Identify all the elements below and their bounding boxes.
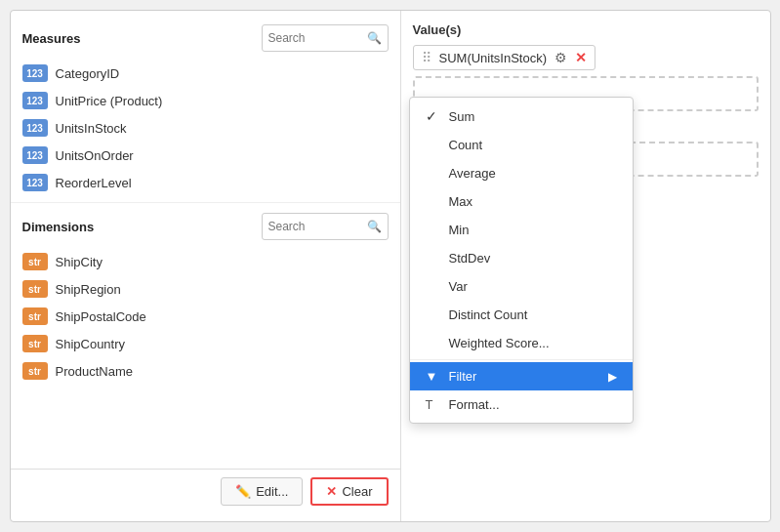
menu-item-format[interactable]: T Format...: [410, 390, 633, 419]
field-label: CategoryID: [56, 66, 120, 81]
list-item[interactable]: str ProductName: [11, 357, 400, 385]
close-icon[interactable]: ✕: [575, 50, 587, 65]
check-icon: ✓: [426, 108, 441, 124]
list-item[interactable]: 123 UnitsOnOrder: [11, 142, 400, 169]
menu-item-stddev[interactable]: StdDev: [410, 244, 633, 272]
str-badge: str: [22, 335, 48, 352]
bottom-bar: ✏️ Edit... ✕ Clear: [11, 469, 400, 513]
measures-search-input[interactable]: [268, 31, 365, 45]
num-badge: 123: [22, 119, 48, 137]
dimensions-header: Dimensions 🔍: [11, 207, 400, 246]
str-badge: str: [22, 253, 48, 270]
field-label: UnitsOnOrder: [56, 148, 134, 163]
measures-search-box[interactable]: 🔍: [262, 24, 389, 52]
values-label: Value(s): [413, 22, 759, 37]
list-item[interactable]: 123 UnitPrice (Product): [11, 87, 400, 114]
menu-item-var[interactable]: Var: [410, 272, 633, 301]
menu-item-min[interactable]: Min: [410, 216, 633, 244]
menu-item-label: StdDev: [449, 251, 491, 266]
list-item[interactable]: 123 ReorderLevel: [11, 169, 400, 196]
menu-item-count[interactable]: Count: [410, 131, 633, 159]
menu-item-label: Count: [449, 138, 483, 152]
edit-button-label: Edit...: [256, 484, 288, 499]
menu-item-max[interactable]: Max: [410, 187, 633, 216]
gear-icon[interactable]: ⚙: [554, 50, 567, 65]
dimensions-title: Dimensions: [22, 220, 95, 234]
field-label: ShipCity: [56, 255, 103, 269]
menu-item-sum[interactable]: ✓ Sum: [410, 102, 633, 131]
dimensions-field-list: str ShipCity str ShipRegion str ShipPost…: [11, 246, 400, 387]
menu-item-label: Average: [449, 166, 496, 181]
dimensions-search-input[interactable]: [268, 220, 365, 233]
menu-item-distinct-count[interactable]: Distinct Count: [410, 301, 633, 329]
menu-item-label: Max: [449, 194, 473, 209]
field-label: UnitsInStock: [56, 121, 127, 136]
menu-item-label: Distinct Count: [449, 307, 528, 322]
field-label: ProductName: [56, 364, 133, 379]
field-label: UnitPrice (Product): [56, 94, 163, 108]
clear-button[interactable]: ✕ Clear: [310, 477, 388, 506]
arrow-right-icon: ▶: [608, 370, 617, 384]
edit-button[interactable]: ✏️ Edit...: [221, 477, 303, 506]
menu-item-filter[interactable]: ▼ Filter ▶: [410, 362, 633, 390]
clear-button-label: Clear: [342, 484, 372, 499]
field-label: ShipPostalCode: [56, 309, 146, 324]
menu-item-label: Filter: [449, 369, 477, 384]
dimensions-search-box[interactable]: 🔍: [262, 213, 389, 240]
measures-field-list: 123 CategoryID 123 UnitPrice (Product) 1…: [11, 58, 400, 198]
measures-title: Measures: [22, 31, 81, 46]
chip-text: SUM(UnitsInStock): [439, 51, 548, 65]
dimensions-search-icon: 🔍: [367, 220, 382, 233]
menu-item-label: Sum: [449, 109, 475, 124]
filter-icon: ▼: [426, 369, 441, 384]
x-icon: ✕: [326, 484, 337, 499]
aggregation-dropdown: ✓ Sum Count Average Max Min StdD: [409, 97, 634, 424]
drag-handle-icon: ⠿: [422, 50, 431, 65]
menu-item-label: Var: [449, 279, 468, 294]
measures-search-icon: 🔍: [367, 31, 382, 45]
num-badge: 123: [22, 146, 48, 164]
num-badge: 123: [22, 64, 48, 82]
field-label: ShipCountry: [56, 337, 126, 351]
num-badge: 123: [22, 92, 48, 109]
menu-item-weighted-score[interactable]: Weighted Score...: [410, 329, 633, 357]
str-badge: str: [22, 280, 48, 298]
list-item[interactable]: str ShipCountry: [11, 330, 400, 357]
list-item[interactable]: 123 CategoryID: [11, 60, 400, 87]
menu-item-label: Format...: [449, 397, 500, 412]
list-item[interactable]: str ShipPostalCode: [11, 303, 400, 330]
field-label: ShipRegion: [56, 282, 121, 297]
pencil-icon: ✏️: [235, 484, 251, 499]
str-badge: str: [22, 307, 48, 325]
list-item[interactable]: str ShipCity: [11, 248, 400, 275]
str-badge: str: [22, 362, 48, 380]
left-panel: Measures 🔍 123 CategoryID 123 UnitPrice …: [11, 11, 401, 521]
main-container: Measures 🔍 123 CategoryID 123 UnitPrice …: [10, 10, 771, 522]
num-badge: 123: [22, 174, 48, 191]
measures-header: Measures 🔍: [11, 19, 400, 58]
section-divider: [11, 202, 400, 203]
list-item[interactable]: str ShipRegion: [11, 275, 400, 303]
field-label: ReorderLevel: [56, 176, 132, 190]
menu-item-label: Min: [449, 223, 470, 237]
menu-item-label: Weighted Score...: [449, 336, 550, 350]
list-item[interactable]: 123 UnitsInStock: [11, 114, 400, 142]
menu-item-average[interactable]: Average: [410, 159, 633, 187]
menu-divider: [410, 359, 633, 360]
value-chip[interactable]: ⠿ SUM(UnitsInStock) ⚙ ✕: [413, 45, 596, 70]
format-icon: T: [426, 397, 441, 412]
right-panel: Value(s) ⠿ SUM(UnitsInStock) ⚙ ✕ Column(…: [401, 11, 770, 521]
